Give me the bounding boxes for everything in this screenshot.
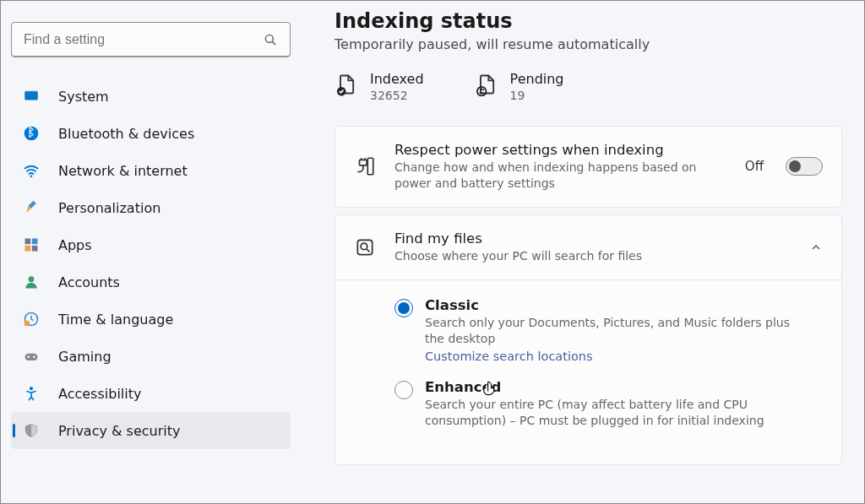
sidebar-item-label: Privacy & security <box>58 423 180 439</box>
power-settings-card: Respect power settings when indexing Cha… <box>335 126 842 208</box>
sidebar-item-gaming[interactable]: Gaming <box>11 338 291 375</box>
sidebar-item-system[interactable]: System <box>11 78 291 115</box>
stat-indexed-label: Indexed <box>370 71 424 87</box>
network-icon <box>23 162 40 179</box>
page-title: Indexing status <box>335 9 842 33</box>
svg-point-16 <box>30 387 33 390</box>
svg-point-22 <box>361 243 367 250</box>
svg-rect-6 <box>25 239 31 245</box>
option-classic[interactable]: Classic Search only your Documents, Pict… <box>394 297 841 365</box>
bluetooth-icon <box>23 125 40 142</box>
file-sync-icon <box>475 73 498 96</box>
customize-locations-link[interactable]: Customize search locations <box>425 350 593 363</box>
svg-point-10 <box>29 276 35 282</box>
sidebar-item-label: Personalization <box>58 200 160 216</box>
sidebar-item-personalization[interactable]: Personalization <box>11 189 291 226</box>
option-enhanced[interactable]: Enhanced Search your entire PC (may affe… <box>394 379 841 429</box>
sidebar-item-label: Apps <box>58 237 92 253</box>
page-subtitle: Temporarily paused, will resume automati… <box>335 36 842 52</box>
sidebar-item-label: Network & internet <box>58 163 188 179</box>
power-desc: Change how and when indexing happens bas… <box>394 160 726 192</box>
option-enhanced-title: Enhanced <box>425 379 805 395</box>
search-icon <box>263 32 278 47</box>
stat-indexed: Indexed 32652 <box>335 71 424 102</box>
radio-enhanced[interactable] <box>394 381 413 399</box>
svg-rect-9 <box>32 246 38 252</box>
sidebar-item-label: System <box>58 89 109 105</box>
sidebar-item-label: Time & language <box>58 312 173 328</box>
stat-pending: Pending 19 <box>475 71 564 102</box>
svg-point-5 <box>30 175 33 177</box>
svg-point-18 <box>476 87 486 96</box>
svg-point-15 <box>33 356 35 359</box>
sidebar-item-time[interactable]: Time & language <box>11 301 291 338</box>
power-title: Respect power settings when indexing <box>394 142 726 158</box>
sidebar-item-label: Gaming <box>58 349 112 365</box>
option-classic-title: Classic <box>425 297 805 313</box>
svg-point-12 <box>24 321 30 327</box>
option-classic-desc: Search only your Documents, Pictures, an… <box>425 315 805 347</box>
sidebar-item-accessibility[interactable]: Accessibility <box>11 375 291 412</box>
apps-icon <box>23 236 40 253</box>
radio-classic[interactable] <box>394 299 413 317</box>
svg-rect-8 <box>25 246 31 252</box>
time-icon <box>23 311 40 328</box>
sidebar-item-label: Bluetooth & devices <box>58 126 194 142</box>
search-input-wrapper[interactable] <box>11 22 291 57</box>
svg-point-0 <box>265 35 273 42</box>
accounts-icon <box>23 274 40 290</box>
sidebar-item-apps[interactable]: Apps <box>11 226 291 263</box>
sidebar-item-label: Accessibility <box>58 386 141 402</box>
stat-pending-value: 19 <box>510 89 564 102</box>
find-files-card: Find my files Choose where your PC will … <box>335 214 842 465</box>
gaming-icon <box>23 348 40 365</box>
power-toggle-label: Off <box>745 159 764 174</box>
stat-indexed-value: 32652 <box>370 89 424 102</box>
svg-line-23 <box>367 249 369 252</box>
find-files-title: Find my files <box>394 230 791 247</box>
sidebar-item-accounts[interactable]: Accounts <box>11 263 291 301</box>
svg-rect-20 <box>367 159 373 176</box>
sidebar-item-bluetooth[interactable]: Bluetooth & devices <box>11 115 291 152</box>
chevron-up-icon <box>809 241 823 254</box>
svg-rect-7 <box>32 239 38 245</box>
sidebar-item-label: Accounts <box>58 274 120 290</box>
svg-rect-19 <box>360 160 367 166</box>
option-enhanced-desc: Search your entire PC (may affect batter… <box>425 397 805 429</box>
file-search-icon <box>354 236 376 258</box>
power-settings-row[interactable]: Respect power settings when indexing Cha… <box>335 127 841 207</box>
system-icon <box>23 88 40 105</box>
sidebar-item-privacy[interactable]: Privacy & security <box>11 412 291 449</box>
power-icon <box>354 155 376 177</box>
file-check-icon <box>335 73 358 96</box>
personalization-icon <box>23 199 40 216</box>
nav: System Bluetooth & devices Network & int… <box>11 78 291 449</box>
stats: Indexed 32652 Pending 19 <box>335 71 842 102</box>
svg-rect-2 <box>25 91 38 100</box>
privacy-icon <box>23 422 40 439</box>
accessibility-icon <box>23 385 40 402</box>
svg-point-14 <box>27 356 30 359</box>
stat-pending-label: Pending <box>510 71 564 87</box>
svg-rect-21 <box>357 240 372 254</box>
find-files-desc: Choose where your PC will search for fil… <box>394 248 791 264</box>
sidebar: System Bluetooth & devices Network & int… <box>1 1 301 503</box>
find-files-options: Classic Search only your Documents, Pict… <box>335 280 841 465</box>
svg-rect-13 <box>25 354 38 360</box>
sidebar-item-network[interactable]: Network & internet <box>11 152 291 189</box>
power-toggle[interactable] <box>786 157 823 176</box>
svg-line-1 <box>272 41 275 45</box>
find-files-header[interactable]: Find my files Choose where your PC will … <box>335 215 841 279</box>
main-content: Indexing status Temporarily paused, will… <box>301 1 864 503</box>
search-input[interactable] <box>24 32 263 47</box>
